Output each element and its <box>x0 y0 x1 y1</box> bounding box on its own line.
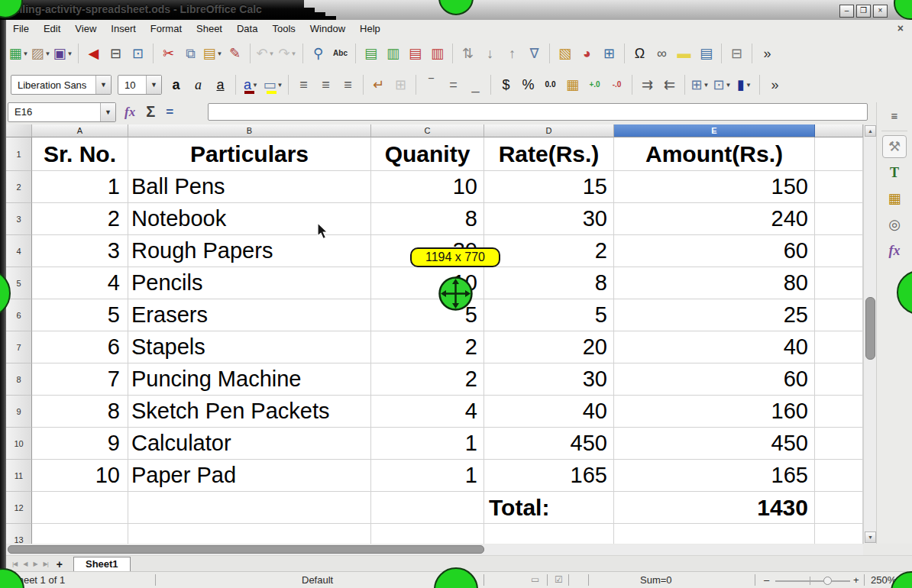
new-spreadsheet-button[interactable]: ▦▼ <box>8 42 29 65</box>
cell-E12[interactable]: 1430 <box>614 492 815 524</box>
cell-A9[interactable]: 8 <box>32 396 128 428</box>
chevron-down-icon[interactable]: ▼ <box>291 50 297 57</box>
cell-filler[interactable] <box>815 299 863 331</box>
previous-sheet-button[interactable]: ◀ <box>20 561 30 567</box>
insert-row-above-button[interactable]: ▤ <box>361 42 381 65</box>
select-all-corner[interactable] <box>6 124 32 137</box>
increase-indent-button[interactable]: ⇉ <box>637 73 658 96</box>
cell-B9[interactable]: Sketch Pen Packets <box>128 396 371 428</box>
cell-D3[interactable]: 30 <box>484 203 614 235</box>
function-wizard-icon[interactable]: fx <box>125 105 135 120</box>
row-header-6[interactable]: 6 <box>6 299 32 331</box>
font-color-button[interactable]: a▼ <box>241 73 261 96</box>
align-right-button[interactable]: ≡ <box>338 73 358 96</box>
properties-panel-icon[interactable]: ⚒ <box>877 134 912 160</box>
cell-A7[interactable]: 6 <box>32 331 128 363</box>
add-decimal-button[interactable]: +.0 <box>584 73 605 96</box>
print-preview-button[interactable]: ⊡ <box>128 42 148 65</box>
chevron-down-icon[interactable]: ▼ <box>95 76 111 94</box>
align-top-button[interactable]: ‾ <box>421 73 441 96</box>
copy-button[interactable]: ⧉ <box>180 42 201 65</box>
cell-A6[interactable]: 5 <box>32 299 128 331</box>
cell-E13[interactable] <box>614 524 815 544</box>
next-sheet-button[interactable]: ▶ <box>30 561 40 567</box>
row-header-12[interactable]: 12 <box>6 492 32 524</box>
cell-A13[interactable] <box>32 524 128 544</box>
chevron-down-icon[interactable]: ▼ <box>217 50 223 57</box>
cell-B7[interactable]: Stapels <box>128 331 371 363</box>
cut-button[interactable]: ✂ <box>158 42 179 65</box>
chevron-down-icon[interactable]: ▼ <box>45 50 51 57</box>
cell-filler[interactable] <box>815 363 863 396</box>
vertical-scrollbar-thumb[interactable] <box>865 297 875 360</box>
cell-B11[interactable]: Paper Pad <box>128 460 371 492</box>
number-format-button[interactable]: 0.0 <box>540 73 561 96</box>
cell-B13[interactable] <box>128 524 371 544</box>
cell-A4[interactable]: 3 <box>32 235 128 267</box>
cell-C10[interactable]: 1 <box>371 428 484 460</box>
fmt-overflow-button[interactable]: » <box>765 73 785 96</box>
cell-C1[interactable]: Quanity <box>371 137 484 171</box>
cell-D11[interactable]: 165 <box>484 460 614 492</box>
sheet-tab-sheet1[interactable]: Sheet1 <box>73 557 131 571</box>
cell-filler[interactable] <box>815 331 863 363</box>
cell-filler[interactable] <box>815 492 863 524</box>
row-header-3[interactable]: 3 <box>6 203 32 235</box>
cell-A5[interactable]: 4 <box>32 267 128 299</box>
sort-button[interactable]: ⇅ <box>458 42 478 65</box>
cell-C3[interactable]: 8 <box>371 203 484 235</box>
menu-file[interactable]: File <box>6 21 37 36</box>
row-header-13[interactable]: 13 <box>6 524 32 544</box>
underline-button[interactable]: a <box>210 73 231 96</box>
cell-D10[interactable]: 450 <box>484 428 614 460</box>
cell-D8[interactable]: 30 <box>484 363 614 396</box>
menu-edit[interactable]: Edit <box>37 21 68 36</box>
cell-B10[interactable]: Calculator <box>128 428 371 460</box>
close-window-button[interactable]: × <box>873 5 888 18</box>
cell-B12[interactable] <box>128 492 371 524</box>
export-pdf-button[interactable]: ◀ <box>83 42 104 65</box>
sidebar-settings-icon[interactable]: ≡ <box>877 102 912 128</box>
autofilter-button[interactable]: ∇ <box>524 42 545 65</box>
row-header-4[interactable]: 4 <box>6 235 32 267</box>
cell-D12[interactable]: Total: <box>484 492 614 524</box>
row-header-1[interactable]: 1 <box>6 137 32 171</box>
cell-D2[interactable]: 15 <box>484 171 614 203</box>
cell-E3[interactable]: 240 <box>614 203 815 235</box>
name-box[interactable]: E16 ▼ <box>8 102 116 122</box>
cell-E6[interactable]: 25 <box>614 299 815 331</box>
print-area-button[interactable]: ⊟ <box>726 42 747 65</box>
page-style[interactable]: Default <box>302 574 333 586</box>
delete-column-button[interactable]: ▥ <box>427 42 448 65</box>
cell-B6[interactable]: Erasers <box>128 299 371 331</box>
paste-button[interactable]: ▤▼ <box>202 42 223 65</box>
menu-sheet[interactable]: Sheet <box>189 21 230 36</box>
insert-column-button[interactable]: ▥ <box>383 42 403 65</box>
bold-button[interactable]: a <box>166 73 186 96</box>
background-color-button[interactable]: ▮▼ <box>734 73 755 96</box>
cell-A8[interactable]: 7 <box>32 363 128 396</box>
cell-filler[interactable] <box>815 137 863 171</box>
headers-footers-button[interactable]: ▤ <box>696 42 716 65</box>
menu-format[interactable]: Format <box>144 21 189 36</box>
cell-C7[interactable]: 2 <box>371 331 484 363</box>
cell-B5[interactable]: Pencils <box>128 267 371 299</box>
functions-panel-icon[interactable]: fx <box>877 237 912 263</box>
cell-D5[interactable]: 8 <box>484 267 614 299</box>
italic-button[interactable]: a <box>188 73 209 96</box>
chevron-down-icon[interactable]: ▼ <box>703 82 710 89</box>
cell-filler[interactable] <box>815 396 863 428</box>
cell-filler[interactable] <box>815 428 863 460</box>
insert-image-button[interactable]: ▧ <box>555 42 575 65</box>
maximize-button[interactable]: ❐ <box>856 5 871 18</box>
cell-E9[interactable]: 160 <box>614 396 815 428</box>
cell-C2[interactable]: 10 <box>371 171 484 203</box>
chevron-down-icon[interactable]: ▼ <box>100 103 115 121</box>
cell-D4[interactable]: 2 <box>484 235 614 267</box>
border-style-button[interactable]: ⊡▼ <box>712 73 733 96</box>
cell-filler[interactable] <box>815 267 863 299</box>
cell-E5[interactable]: 80 <box>614 267 815 299</box>
cell-filler[interactable] <box>815 171 863 203</box>
column-header-d[interactable]: D <box>484 124 614 137</box>
cell-E2[interactable]: 150 <box>614 171 815 203</box>
